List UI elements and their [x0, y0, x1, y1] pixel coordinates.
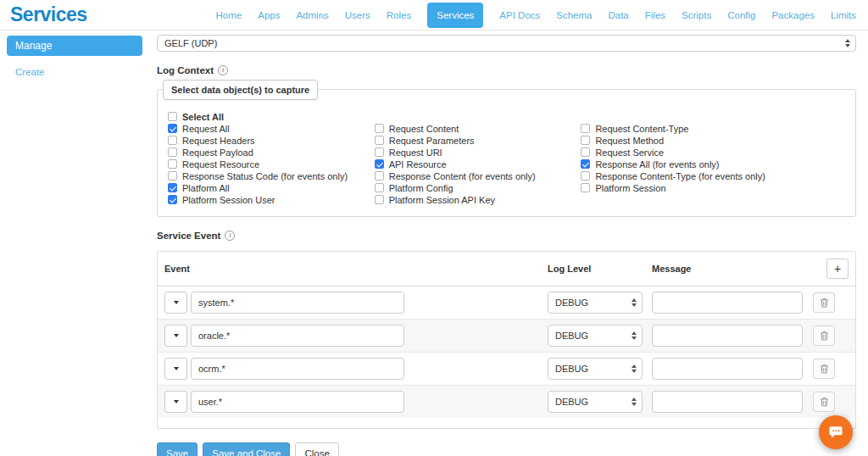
checkbox-box-icon	[581, 136, 590, 145]
checkbox-platform-session-api-key[interactable]: Platform Session API Key	[375, 195, 581, 204]
checkbox-box-icon	[581, 171, 590, 181]
save-and-close-button[interactable]: Save and Close	[203, 442, 290, 456]
nav-limits[interactable]: Limits	[831, 10, 856, 20]
delete-row-button[interactable]	[813, 359, 835, 379]
checkbox-api-resource[interactable]: API Resource	[375, 159, 581, 169]
nav-schema[interactable]: Schema	[556, 10, 592, 20]
top-header: Services Home Apps Admins Users Roles Se…	[0, 0, 868, 31]
message-input[interactable]	[652, 325, 803, 347]
checkbox-request-payload[interactable]: Request Payload	[168, 147, 375, 157]
nav-admins[interactable]: Admins	[296, 10, 328, 20]
checkbox-platform-session[interactable]: Platform Session	[581, 183, 845, 192]
nav-scripts[interactable]: Scripts	[682, 10, 711, 20]
delete-row-button[interactable]	[813, 292, 835, 313]
nav-roles[interactable]: Roles	[387, 10, 411, 20]
add-row-button[interactable]: +	[826, 259, 849, 279]
chat-icon	[827, 424, 844, 441]
checkbox-label: Request Service	[595, 147, 664, 158]
checkbox-box-icon	[375, 136, 384, 145]
checkbox-select-all[interactable]: Select All	[168, 112, 375, 121]
checkbox-platform-all[interactable]: Platform All	[168, 183, 375, 192]
checkbox-response-status-code[interactable]: Response Status Code (for events only)	[168, 171, 375, 181]
log-level-select[interactable]: DEBUG	[548, 358, 643, 380]
event-input[interactable]	[191, 358, 404, 380]
nav-apps[interactable]: Apps	[258, 10, 280, 20]
event-input[interactable]	[191, 391, 404, 413]
nav-api-docs[interactable]: API Docs	[499, 10, 540, 20]
nav-home[interactable]: Home	[216, 10, 242, 20]
checkbox-request-content[interactable]: Request Content	[375, 124, 581, 133]
checkbox-box-icon	[375, 171, 384, 181]
checkbox-request-headers[interactable]: Request Headers	[168, 136, 375, 145]
log-level-select[interactable]: DEBUG	[548, 325, 643, 347]
message-input[interactable]	[652, 391, 803, 413]
event-dropdown-toggle[interactable]	[164, 292, 187, 314]
close-button[interactable]: Close	[295, 442, 338, 456]
checkbox-label: Request Headers	[182, 136, 255, 146]
checkbox-label: Request All	[182, 124, 230, 134]
checkbox-label: Request Content-Type	[595, 124, 688, 134]
trash-icon	[820, 298, 829, 308]
log-context-label: Log Context i	[157, 65, 856, 75]
checkbox-box-icon	[168, 147, 177, 157]
checkbox-box-icon	[168, 195, 177, 204]
checkbox-label: API Resource	[389, 159, 447, 170]
log-level-select[interactable]: DEBUG	[548, 391, 643, 413]
delete-row-button[interactable]	[813, 325, 835, 346]
fieldset-legend: Select data object(s) to capture	[163, 80, 318, 100]
delete-row-button[interactable]	[813, 392, 835, 412]
table-header-row: Event Log Level Message +	[158, 252, 855, 286]
service-event-title: Service Event	[157, 231, 220, 241]
col-header-message: Message	[652, 264, 813, 274]
event-dropdown-toggle[interactable]	[164, 358, 187, 380]
checkbox-box-icon	[375, 183, 384, 192]
checkbox-response-content[interactable]: Response Content (for events only)	[375, 171, 581, 181]
log-level-value: DEBUG	[555, 331, 588, 341]
checkbox-box-icon	[168, 112, 177, 121]
checkbox-request-content-type[interactable]: Request Content-Type	[581, 124, 845, 133]
nav-files[interactable]: Files	[645, 10, 665, 20]
checkbox-box-icon	[375, 195, 384, 204]
checkbox-platform-config[interactable]: Platform Config	[375, 183, 581, 192]
sidebar-item-create[interactable]: Create	[15, 67, 142, 77]
select-stepper-icon	[845, 39, 850, 47]
log-level-select[interactable]: DEBUG	[548, 292, 643, 314]
nav-packages[interactable]: Packages	[771, 10, 815, 20]
checkbox-column-3: Request Content-Type Request Method Requ…	[581, 112, 845, 204]
nav-data[interactable]: Data	[608, 10, 628, 20]
nav-config[interactable]: Config	[727, 10, 755, 20]
chat-widget-button[interactable]	[819, 415, 853, 449]
service-event-table: Event Log Level Message + DEBUG	[157, 251, 856, 429]
sidebar-item-manage[interactable]: Manage	[7, 36, 142, 56]
service-type-select[interactable]: GELF (UDP)	[157, 35, 856, 52]
info-icon: i	[218, 65, 228, 75]
checkbox-label: Request Parameters	[389, 136, 475, 146]
event-input[interactable]	[191, 325, 404, 347]
log-level-value: DEBUG	[555, 298, 588, 308]
event-dropdown-toggle[interactable]	[164, 391, 187, 413]
checkbox-request-resource[interactable]: Request Resource	[168, 159, 375, 169]
table-row: DEBUG	[158, 320, 855, 353]
checkbox-request-method[interactable]: Request Method	[581, 136, 845, 145]
table-row: DEBUG	[158, 353, 855, 386]
checkbox-request-all[interactable]: Request All	[168, 124, 375, 133]
nav-users[interactable]: Users	[345, 10, 370, 20]
log-level-value: DEBUG	[555, 364, 588, 374]
checkbox-platform-session-user[interactable]: Platform Session User	[168, 195, 375, 204]
checkbox-box-icon	[581, 147, 590, 157]
nav-services[interactable]: Services	[427, 3, 483, 28]
checkbox-request-service[interactable]: Request Service	[581, 147, 845, 157]
checkbox-response-all[interactable]: Response All (for events only)	[581, 159, 845, 169]
event-dropdown-toggle[interactable]	[164, 325, 187, 347]
select-stepper-icon	[632, 331, 637, 340]
event-input[interactable]	[191, 292, 404, 314]
checkbox-label: Response Status Code (for events only)	[182, 171, 348, 181]
checkbox-label: Response All (for events only)	[595, 159, 719, 170]
message-input[interactable]	[652, 358, 803, 380]
checkbox-request-uri[interactable]: Request URI	[375, 147, 581, 157]
message-input[interactable]	[652, 292, 803, 314]
save-button[interactable]: Save	[157, 442, 198, 456]
log-context-title: Log Context	[157, 65, 214, 75]
checkbox-response-content-type[interactable]: Response Content-Type (for events only)	[581, 171, 845, 181]
checkbox-request-parameters[interactable]: Request Parameters	[375, 136, 581, 145]
